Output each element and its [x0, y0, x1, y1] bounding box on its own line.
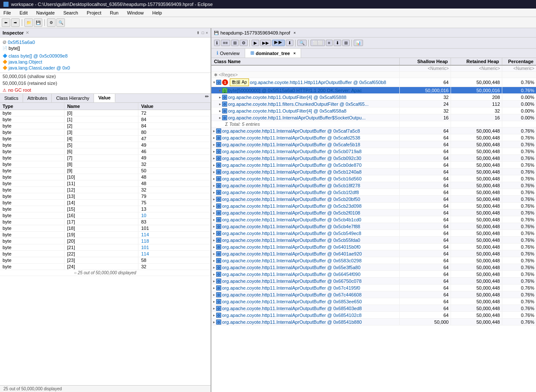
toolbar-btn-2[interactable]: ➡ [11, 18, 20, 27]
inspector-maximize-btn[interactable]: □ [202, 31, 204, 35]
table-row[interactable]: ▸ O org.apache.coyote.http11.InternalApr… [211, 155, 536, 162]
expand-arrow[interactable]: ▸ [213, 149, 215, 154]
class-name[interactable]: org.apache.coyote.http11.InternalAprOutp… [222, 128, 360, 134]
expand-arrow[interactable]: ▸ [213, 224, 215, 229]
table-row[interactable]: ▸ O org.apache.coyote.http11.OutputFilte… [211, 94, 536, 101]
value-table-row[interactable]: byte[10]48 [0, 174, 211, 180]
value-table-row[interactable]: byte[2]84 [0, 123, 211, 129]
inspector-minimize-btn[interactable]: ⬆ [196, 31, 200, 35]
menu-item-run[interactable]: Run [108, 10, 120, 16]
rtbtn-copy[interactable]: ⬜⬜ [310, 40, 325, 46]
class-name[interactable]: org.apache.coyote.http11.InternalAprOutp… [222, 292, 362, 297]
class-name[interactable]: org.apache.coyote.http11.InternalAprOutp… [222, 306, 362, 311]
rtbtn-grid[interactable]: ⊞ [231, 40, 239, 46]
class-name[interactable]: org.apache.coyote.http11.InternalAprOutp… [222, 163, 362, 168]
table-row[interactable]: ▸ O org.apache.coyote.http11.InternalApr… [211, 141, 536, 148]
table-row[interactable]: ▸ O org.apache.coyote.http11.InternalApr… [211, 319, 536, 325]
table-row[interactable]: ▸ O org.apache.coyote.http11.InternalApr… [211, 128, 536, 134]
expand-arrow[interactable]: ▸ [213, 177, 215, 181]
class-name[interactable]: org.apache.coyote.http11.InternalAprOutp… [222, 285, 360, 290]
value-table-row[interactable]: byte[8]32 [0, 161, 211, 168]
class-name[interactable]: org.apache.coyote.http11.InternalAprOutp… [222, 190, 359, 195]
rtbtn-chart[interactable]: 📊 [354, 40, 363, 46]
expand-arrow[interactable]: ▸ [213, 272, 215, 276]
table-row[interactable]: Σ Total: 5 entries [211, 121, 536, 128]
value-table-row[interactable]: byte[16]10 [0, 212, 211, 219]
table-row[interactable]: ▸ O org.apache.coyote.http11.InternalApr… [211, 257, 536, 264]
menu-item-edit[interactable]: Edit [18, 10, 29, 16]
expand-arrow[interactable]: ▸ [213, 163, 215, 167]
rtbtn-search[interactable]: 🔍 [297, 40, 307, 46]
table-row[interactable]: ▸ O org.apache.coyote.http11.InternalApr… [211, 168, 536, 175]
class-name[interactable]: org.apache.coyote.http11.InternalAprOutp… [222, 203, 362, 209]
rtbtn-run2[interactable]: ▶▶ [260, 40, 271, 46]
table-row[interactable]: ▸ O org.apache.coyote.http11.InternalApr… [211, 250, 536, 257]
value-table-row[interactable]: byte[7]49 [0, 155, 211, 161]
tree-item-byte-array[interactable]: 📄 byte[] [3, 45, 208, 51]
expand-arrow[interactable]: ▸ [213, 252, 215, 256]
class-name[interactable]: org.apache.coyote.http11.InternalAprOutp… [222, 279, 362, 284]
class-name[interactable]: org.apache.coyote.http11.InternalAprOutp… [222, 169, 362, 174]
table-row[interactable]: ▸ O org.apache.coyote.http11.InternalApr… [211, 189, 536, 196]
expand-arrow[interactable]: ▸ [213, 265, 215, 270]
class-name[interactable]: org.apache.coyote.http11.InternalAprOutp… [222, 176, 362, 181]
class-name[interactable]: org.apache.coyote.http11.filters.Chunked… [228, 102, 369, 107]
value-table-row[interactable]: byte[17]83 [0, 219, 211, 225]
class-name[interactable]: org.apache.coyote.http11.InternalAprOutp… [222, 272, 360, 277]
toolbar-btn-6[interactable]: 🔍 [56, 18, 65, 27]
value-table-row[interactable]: byte[22]114 [0, 251, 211, 257]
tree-item-address[interactable]: @ 0x5f515a6a0 [3, 39, 208, 45]
expand-arrow[interactable]: ▸ [219, 102, 221, 106]
expand-arrow[interactable]: ▸ [219, 116, 221, 120]
expand-arrow[interactable]: ▸ [213, 245, 215, 249]
toolbar-btn-1[interactable]: ⬅ [2, 18, 10, 27]
table-row[interactable]: ▸ O org.apache.coyote.http11.InternalApr… [211, 114, 536, 121]
class-name[interactable]: org.apache.coyote.http11.InternalAprOutp… [222, 217, 361, 222]
tree-item-object[interactable]: 🔶 java.lang.Object [3, 59, 208, 65]
rtbtn-info[interactable]: ℹ [214, 40, 220, 46]
tab-overview[interactable]: ℹ Overview [211, 49, 245, 58]
table-row[interactable]: ▸ O org.apache.coyote.http11.InternalApr… [211, 223, 536, 230]
inspector-close-btn[interactable]: × [206, 31, 208, 35]
expand-arrow[interactable]: ▸ [213, 197, 215, 201]
toolbar-btn-5[interactable]: ⚙ [47, 18, 56, 27]
menu-item-file[interactable]: File [2, 10, 13, 16]
rtbtn-filter[interactable]: ⊞ [342, 40, 350, 46]
value-table-row[interactable]: byte[20]118 [0, 238, 211, 244]
class-name[interactable]: org.apache.coyote.http11.InternalAprOutp… [222, 156, 361, 161]
class-name[interactable]: org.apache.coyote.http11.InternalAprOutp… [222, 224, 360, 229]
tree-item-class[interactable]: 🔷 class byte[] @ 0x5c00909e8 [3, 53, 208, 59]
class-name[interactable]: org.apache.coyote.http11.InternalAprOutp… [222, 183, 360, 188]
value-table-row[interactable]: byte[3]80 [0, 129, 211, 136]
tab-dominator-tree[interactable]: ⊞ dominator_tree × [245, 49, 301, 58]
menu-item-window[interactable]: Window [125, 10, 145, 16]
value-table-row[interactable]: byte[23]58 [0, 257, 211, 264]
expand-arrow[interactable]: ▸ [213, 218, 215, 222]
expand-arrow[interactable]: ▸ [219, 88, 221, 93]
table-row[interactable]: ▸ O org.apache.coyote.http11.InternalApr… [211, 237, 536, 244]
expand-arrow[interactable]: ▸ [213, 258, 215, 263]
expand-arrow[interactable]: ▾ [213, 80, 215, 84]
table-row[interactable]: ▸ O org.apache.coyote.http11.InternalApr… [211, 264, 536, 271]
class-name[interactable]: org.apache.coyote.http11.InternalAprOutp… [222, 135, 360, 140]
dominator-tab-close[interactable]: × [293, 51, 296, 55]
expand-arrow[interactable]: ▸ [213, 183, 215, 188]
menu-item-navigate[interactable]: Navigate [35, 10, 56, 16]
toolbar-btn-3[interactable]: 📁 [24, 18, 33, 27]
table-row[interactable]: ▸ O org.apache.coyote.http11.InternalApr… [211, 216, 536, 223]
class-name[interactable]: org.apache.coyote.http11.OutputFilter[4]… [228, 95, 346, 100]
table-row[interactable]: ▸ O org.apache.coyote.http11.InternalApr… [211, 271, 536, 278]
value-table-row[interactable]: byte[14]75 [0, 200, 211, 206]
expand-arrow[interactable]: ▸ [213, 136, 215, 140]
class-name[interactable]: org.apache.coyote.http11.InternalAprOutp… [222, 258, 362, 263]
tree-item-classloader[interactable]: 🔶 java.lang.ClassLoader @ 0x0 [3, 65, 208, 71]
table-row[interactable]: ▸ O org.apache.coyote.http11.InternalApr… [211, 312, 536, 319]
toolbar-btn-4[interactable]: 💾 [34, 18, 42, 27]
value-table-row[interactable]: byte[4]47 [0, 136, 211, 142]
class-name[interactable]: org.apache.coyote.http11.InternalAprOutp… [222, 265, 360, 270]
class-name[interactable]: org.apache.coyote.http11.InternalAprOutp… [222, 299, 362, 304]
class-name[interactable]: org.apache.coyote.http11.InternalAprOutp… [222, 231, 361, 236]
class-name[interactable]: org.apache.coyote.http11.InternalAprOutp… [222, 238, 360, 243]
expand-arrow[interactable]: ▸ [213, 170, 215, 174]
value-table-row[interactable]: byte[13]79 [0, 193, 211, 200]
